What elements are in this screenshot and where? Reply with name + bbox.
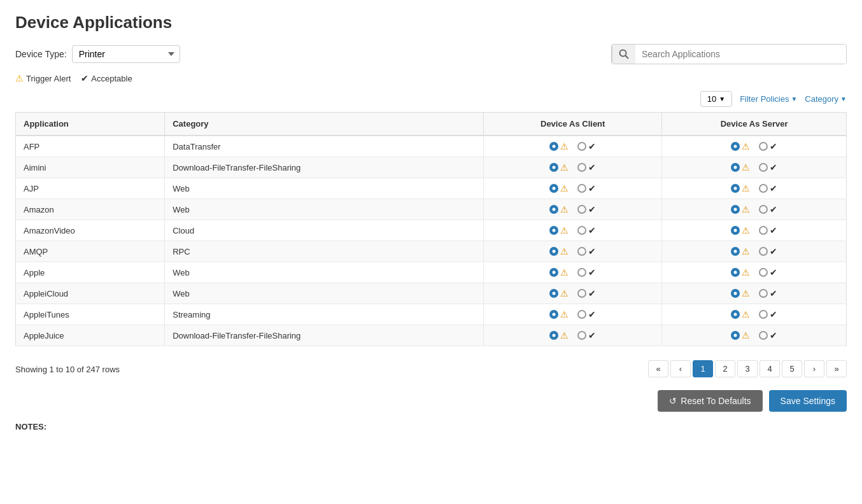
last-page-button[interactable]: » — [826, 360, 847, 377]
table-row: AiminiDownload-FileTransfer-FileSharing … — [16, 157, 847, 178]
device-type-select[interactable]: Printer Server Workstation Mobile — [72, 45, 180, 63]
table-row: AFPDataTransfer ⚠ ✔ ⚠ ✔ — [16, 136, 847, 157]
radio-empty-icon — [759, 226, 768, 235]
radio-client-check[interactable]: ✔ — [577, 204, 596, 214]
radio-server-warn[interactable]: ⚠ — [731, 246, 750, 256]
radio-client-warn[interactable]: ⚠ — [549, 330, 569, 340]
category-label: Category — [805, 94, 838, 104]
check-icon: ✔ — [588, 225, 596, 235]
radio-client-check[interactable]: ✔ — [577, 162, 596, 172]
radio-client-check[interactable]: ✔ — [577, 309, 596, 319]
cell-category: Cloud — [165, 220, 484, 241]
warning-icon: ⚠ — [560, 330, 569, 340]
radio-client-warn[interactable]: ⚠ — [549, 141, 569, 151]
warning-icon: ⚠ — [560, 267, 569, 277]
radio-empty-icon — [577, 268, 586, 277]
page-2-button[interactable]: 2 — [715, 360, 735, 377]
radio-client-warn[interactable]: ⚠ — [549, 309, 569, 319]
radio-server-check[interactable]: ✔ — [759, 225, 777, 235]
check-icon: ✔ — [588, 267, 596, 277]
page-3-button[interactable]: 3 — [737, 360, 758, 377]
table-row: AppleJuiceDownload-FileTransfer-FileShar… — [16, 325, 847, 346]
radio-server-check[interactable]: ✔ — [759, 141, 777, 151]
radio-filled-icon — [549, 163, 558, 172]
prev-page-button[interactable]: ‹ — [670, 360, 691, 377]
radio-server-warn[interactable]: ⚠ — [731, 162, 750, 172]
warning-icon: ⚠ — [742, 204, 750, 214]
radio-client-check[interactable]: ✔ — [577, 225, 596, 235]
radio-client-warn[interactable]: ⚠ — [549, 162, 569, 172]
radio-client-check[interactable]: ✔ — [577, 141, 596, 151]
radio-server-check[interactable]: ✔ — [759, 183, 777, 193]
radio-client-warn[interactable]: ⚠ — [549, 183, 569, 193]
radio-server-warn[interactable]: ⚠ — [731, 330, 750, 340]
showing-text: Showing 1 to 10 of 247 rows — [15, 365, 120, 374]
radio-server-warn[interactable]: ⚠ — [731, 267, 750, 277]
cell-device-as-server: ⚠ ✔ — [662, 325, 847, 346]
radio-client-check[interactable]: ✔ — [577, 267, 596, 277]
radio-empty-icon — [759, 331, 768, 340]
reset-defaults-button[interactable]: ↺ Reset To Defaults — [658, 390, 762, 412]
radio-server-warn[interactable]: ⚠ — [731, 225, 750, 235]
radio-empty-icon — [759, 205, 768, 214]
radio-filled-icon — [549, 142, 558, 151]
per-page-button[interactable]: 10 ▼ — [700, 91, 732, 107]
radio-client-warn[interactable]: ⚠ — [549, 288, 569, 298]
svg-line-1 — [626, 56, 629, 59]
chevron-down-icon: ▼ — [791, 95, 797, 102]
filter-policies-button[interactable]: Filter Policies ▼ — [740, 94, 797, 104]
warning-icon: ⚠ — [560, 288, 569, 298]
radio-filled-icon — [731, 331, 740, 340]
radio-client-warn[interactable]: ⚠ — [549, 225, 569, 235]
page-4-button[interactable]: 4 — [760, 360, 780, 377]
save-settings-button[interactable]: Save Settings — [769, 390, 847, 412]
page-5-button[interactable]: 5 — [782, 360, 802, 377]
radio-server-warn[interactable]: ⚠ — [731, 183, 750, 193]
search-button[interactable] — [612, 45, 635, 64]
radio-server-check[interactable]: ✔ — [759, 162, 777, 172]
category-button[interactable]: Category ▼ — [805, 94, 847, 104]
page-1-button[interactable]: 1 — [693, 360, 713, 377]
col-application: Application — [16, 113, 165, 136]
check-icon: ✔ — [588, 309, 596, 319]
cell-device-as-client: ⚠ ✔ — [484, 220, 662, 241]
radio-client-check[interactable]: ✔ — [577, 246, 596, 256]
legend-row: ⚠ Trigger Alert ✔ Acceptable — [15, 73, 847, 83]
filter-policies-label: Filter Policies — [740, 94, 789, 104]
radio-client-check[interactable]: ✔ — [577, 330, 596, 340]
cell-app: AppleiCloud — [16, 283, 165, 304]
radio-server-check[interactable]: ✔ — [759, 204, 777, 214]
radio-server-check[interactable]: ✔ — [759, 267, 777, 277]
radio-server-check[interactable]: ✔ — [759, 330, 777, 340]
radio-empty-icon — [577, 226, 586, 235]
radio-client-check[interactable]: ✔ — [577, 288, 596, 298]
warning-icon: ⚠ — [560, 183, 569, 193]
radio-filled-icon — [549, 205, 558, 214]
chevron-down-icon: ▼ — [840, 95, 847, 102]
radio-server-warn[interactable]: ⚠ — [731, 288, 750, 298]
radio-filled-icon — [549, 289, 558, 298]
cell-category: Download-FileTransfer-FileSharing — [165, 325, 484, 346]
radio-server-warn[interactable]: ⚠ — [731, 309, 750, 319]
radio-server-check[interactable]: ✔ — [759, 288, 777, 298]
radio-filled-icon — [731, 247, 740, 256]
next-page-button[interactable]: › — [804, 360, 824, 377]
radio-server-check[interactable]: ✔ — [759, 246, 777, 256]
radio-client-check[interactable]: ✔ — [577, 183, 596, 193]
radio-server-warn[interactable]: ⚠ — [731, 204, 750, 214]
radio-client-warn[interactable]: ⚠ — [549, 246, 569, 256]
legend-acceptable-label: Acceptable — [91, 74, 132, 83]
warning-icon: ⚠ — [742, 330, 750, 340]
radio-client-warn[interactable]: ⚠ — [549, 204, 569, 214]
warning-icon: ⚠ — [742, 141, 750, 151]
check-icon: ✔ — [770, 309, 777, 319]
radio-server-warn[interactable]: ⚠ — [731, 141, 750, 151]
search-input[interactable] — [635, 45, 846, 64]
radio-client-warn[interactable]: ⚠ — [549, 267, 569, 277]
radio-server-check[interactable]: ✔ — [759, 309, 777, 319]
first-page-button[interactable]: « — [648, 360, 668, 377]
col-category: Category — [165, 113, 484, 136]
radio-filled-icon — [731, 205, 740, 214]
radio-empty-icon — [577, 184, 586, 193]
radio-empty-icon — [759, 163, 768, 172]
